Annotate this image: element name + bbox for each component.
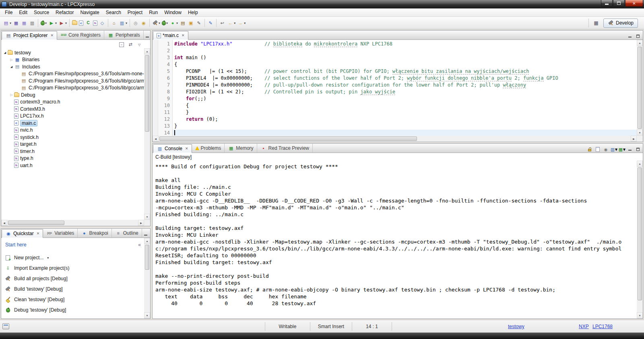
debug-testowy-debug-item[interactable]: Debug 'testowy' [Debug] — [4, 305, 144, 315]
annotate-button[interactable]: ✎ — [195, 18, 203, 28]
new-package-button[interactable]: ▣ — [187, 18, 195, 28]
tree-item-c-program-files-nxp-lpcxpresso-3-6-tools[interactable]: ▤C:/Program Files/nxp/lpcxpresso_3.6/Too… — [1, 70, 144, 78]
code-area[interactable]: #include "LPC17xx.h" // biblioteka do mi… — [173, 40, 637, 136]
code-editor[interactable]: 1234567891011121314 #include "LPC17xx.h"… — [153, 40, 637, 136]
last-edit-location-button[interactable]: ↩ — [218, 18, 226, 28]
scroll-right-icon[interactable] — [631, 136, 637, 142]
tab-breakpoi[interactable]: ●Breakpoi — [78, 229, 111, 238]
scroll-down-icon[interactable] — [637, 312, 643, 318]
close-button[interactable] — [625, 0, 643, 7]
tab-peripherals[interactable]: ▦Peripherals — [104, 31, 144, 39]
open-perspective-button[interactable] — [591, 19, 601, 27]
clear-console-button[interactable] — [594, 146, 601, 153]
dropdown-arrow-icon[interactable]: ▾ — [615, 147, 617, 152]
build-button[interactable]: ▾ — [151, 18, 161, 28]
status-part-link[interactable]: LPC1768 — [592, 324, 613, 329]
tab-main-c[interactable]: c*main.c✕ — [153, 31, 188, 40]
quickstart-vscrollbar[interactable] — [144, 238, 150, 318]
scroll-thumb[interactable] — [638, 47, 642, 129]
menu-edit[interactable]: Edit — [16, 9, 31, 16]
import-example-project-s-item[interactable]: ⇩Import Example project(s) — [4, 263, 144, 273]
tab-outline[interactable]: ≡Outline — [112, 229, 142, 238]
menu-run[interactable]: Run — [146, 9, 161, 16]
tree-item-includes[interactable]: ◢▤Includes — [1, 63, 144, 70]
close-icon[interactable]: ✕ — [37, 232, 40, 236]
scroll-left-icon[interactable] — [153, 136, 159, 142]
expander-icon[interactable]: ◢ — [3, 51, 7, 54]
back-button[interactable]: ←▾ — [226, 18, 236, 28]
status-vendor-link[interactable]: NXP — [579, 324, 589, 329]
external-tools-button[interactable]: ▶▾ — [58, 18, 68, 28]
collapse-all-button[interactable] — [118, 41, 125, 48]
link-with-editor-button[interactable] — [127, 41, 134, 48]
tab-console[interactable]: ▥Console✕ — [153, 144, 192, 153]
minimize-view-button[interactable] — [626, 33, 634, 39]
maximize-view-button[interactable] — [634, 146, 642, 153]
forward-button[interactable]: →▾ — [236, 18, 246, 28]
tab-project-explorer[interactable]: ▤Project Explorer✕ — [2, 31, 57, 40]
save-button[interactable]: ▦ — [12, 18, 20, 28]
expander-icon[interactable]: ◢ — [9, 65, 14, 68]
scroll-thumb[interactable] — [145, 245, 149, 270]
editor-hscrollbar[interactable] — [153, 136, 637, 142]
scroll-thumb[interactable] — [638, 167, 642, 300]
tree-item-main-c[interactable]: cmain.c — [1, 120, 144, 127]
scroll-up-icon[interactable] — [144, 48, 150, 54]
scroll-up-icon[interactable] — [144, 238, 150, 244]
build-all-projects-debug-item[interactable]: Build all projects [Debug] — [4, 273, 144, 284]
menu-source[interactable]: Source — [31, 9, 52, 16]
scroll-down-icon[interactable] — [144, 214, 150, 220]
menu-project[interactable]: Project — [124, 9, 146, 16]
scroll-left-icon[interactable] — [1, 220, 7, 226]
highlight-button[interactable]: ✎ — [206, 18, 215, 28]
tree-item-binaries[interactable]: ▷▦Binaries — [1, 56, 144, 64]
print-button[interactable]: ▥ — [28, 18, 36, 28]
tree-item-uart-h[interactable]: huart.h — [1, 162, 144, 169]
maximize-view-button[interactable] — [634, 33, 642, 39]
clean-testowy-debug-item[interactable]: Clean 'testowy' [Debug] — [4, 294, 144, 305]
pin-console-button[interactable] — [602, 146, 609, 153]
minimize-view-button[interactable] — [626, 146, 634, 153]
menu-window[interactable]: Window — [161, 9, 185, 16]
tree-item-systick-h[interactable]: hsystick.h — [1, 134, 144, 141]
tree-item-c-program-files-nxp-lpcxpresso-3-6-tools[interactable]: ▤C:/Program Files/nxp/lpcxpresso_3.6/Too… — [1, 85, 144, 92]
fast-view-button[interactable] — [2, 323, 9, 329]
new-source-folder-button[interactable] — [71, 18, 78, 28]
new-project-item[interactable]: New project...▾ — [4, 252, 144, 263]
minimize-view-button[interactable] — [144, 33, 151, 39]
menu-file[interactable]: File — [2, 9, 16, 16]
scroll-thumb[interactable] — [145, 55, 149, 132]
save-all-button[interactable]: ▦ — [20, 18, 28, 28]
console-output[interactable]: **** Build of configuration Debug for pr… — [153, 161, 637, 318]
tree-item-cortexm3-h[interactable]: hCortexM3.h — [1, 105, 144, 113]
tab-memory[interactable]: ▦Memory — [225, 144, 257, 153]
skip-breakpoints-button[interactable]: ◎ — [132, 18, 140, 28]
tab-quickstar[interactable]: ◉Quickstar✕ — [2, 229, 43, 238]
search-button[interactable]: ◉ — [140, 18, 148, 28]
dropdown-arrow-icon[interactable]: ▾ — [159, 21, 160, 25]
explorer-hscrollbar[interactable] — [1, 220, 144, 226]
scroll-thumb[interactable] — [8, 221, 64, 225]
menu-help[interactable]: Help — [185, 9, 201, 16]
open-console-button[interactable]: ▦▾ — [618, 146, 625, 153]
tree-item-lpc17xx-h[interactable]: hLPC17xx.h — [1, 113, 144, 120]
minimize-button[interactable] — [601, 0, 613, 7]
new-class-button[interactable]: C — [84, 18, 92, 28]
project-tree[interactable]: ◢testowy▷▦Binaries◢▤Includes▤C:/Program … — [1, 48, 144, 220]
home-button[interactable]: ⌂ — [110, 18, 118, 28]
memory-view-button[interactable]: ▥▾ — [118, 18, 128, 28]
dropdown-arrow-icon[interactable]: ▾ — [166, 21, 168, 25]
minimize-view-button[interactable] — [142, 231, 149, 238]
tab-variables[interactable]: (x)=Variables — [43, 229, 78, 238]
menu-navigate[interactable]: Navigate — [77, 9, 102, 16]
explorer-vscrollbar[interactable] — [144, 48, 150, 220]
scroll-right-icon[interactable] — [138, 220, 144, 226]
scroll-lock-button[interactable] — [586, 146, 593, 153]
develop-perspective-button[interactable]: Develop — [603, 19, 638, 28]
dropdown-arrow-icon[interactable]: ▾ — [176, 21, 178, 25]
tree-item-cortexm3-macro-h[interactable]: hcortexm3_macro.h — [1, 99, 144, 106]
view-menu-button[interactable] — [136, 41, 143, 48]
dropdown-arrow-icon[interactable]: ▾ — [65, 21, 67, 25]
close-icon[interactable]: ✕ — [185, 147, 188, 151]
run-button[interactable]: ▶▾ — [47, 18, 58, 28]
